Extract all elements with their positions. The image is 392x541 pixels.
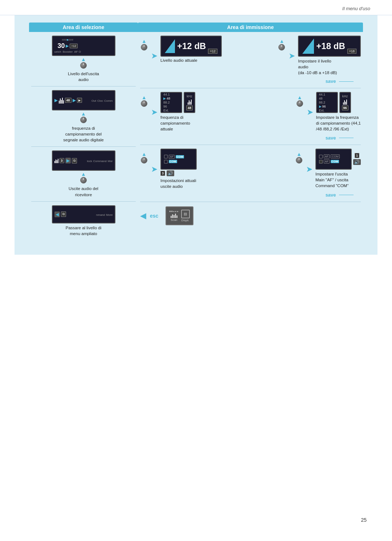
- divider3: [31, 201, 136, 202]
- desc-row3: Uscite audio delricevitore: [69, 184, 98, 198]
- level18-box: ▶: [77, 98, 82, 103]
- play-icon-row1: ▶: [66, 44, 69, 48]
- af-label-c1: AF: [169, 155, 175, 159]
- checkbox2-current: [164, 160, 168, 163]
- label-clock-r2: Cloc: [97, 99, 103, 102]
- label-comm-r2: Comm: [104, 99, 113, 102]
- save-row2: save: [140, 134, 361, 143]
- desc-row1: Livello dell'uscitaaudio: [68, 69, 99, 83]
- current-desc-row1: Livello audio attuale: [160, 57, 197, 63]
- khz-waveform-set: kHz 96: [339, 92, 351, 113]
- knob-group-row3: ▲: [80, 171, 87, 183]
- copy-icon-row4: ⧉: [61, 211, 66, 217]
- current-display-row1: +12 dB +12: [160, 36, 222, 57]
- freq-list-current: 44.1 ▶48 88.2 96 Ext.: [160, 92, 182, 113]
- big-arrow-row2: ➤: [151, 108, 158, 117]
- checkbox2-set-checked: [319, 160, 323, 163]
- row4-left: ◀ ⧉ nmand More Passare al livello dimenu…: [31, 203, 136, 239]
- divider-r2: [140, 145, 361, 145]
- com-label-c1a: COM: [176, 155, 184, 158]
- com-label-s2a: COM: [331, 160, 339, 163]
- f96-set-active: ▶96: [319, 105, 335, 108]
- knob-group-row1: ▲: [80, 57, 87, 69]
- device-display-row2: ▶ 48 ▶: [52, 90, 115, 110]
- af-label-s1: AF: [324, 154, 330, 158]
- page-header: Il menu d'uso: [22, 6, 370, 11]
- fext-set: Ext.: [319, 109, 335, 112]
- device-display-row1: ###■### 30 ▶ +12: [52, 36, 115, 56]
- displ-icon: ▤: [181, 210, 190, 218]
- current-col-row1: +12 dB +12 Livello audio attuale: [160, 36, 222, 63]
- num3-current-area: 3 🔊: [160, 170, 174, 176]
- copy-icon-row3: ⧉: [72, 158, 77, 163]
- active-freq-set: 96: [342, 105, 348, 110]
- com-row1-current: AF COM: [164, 155, 193, 159]
- save-label-3: save: [326, 192, 336, 198]
- up-arrow-row1: ▲: [81, 57, 86, 62]
- f48-current-active: ▶48: [163, 97, 179, 100]
- label-uelch: uelch: [54, 50, 61, 53]
- set-desc-row2: Impostare la frequenzadi campionamento (…: [316, 113, 361, 133]
- save-row1: save: [140, 78, 361, 86]
- f96-current: 96: [163, 105, 179, 108]
- big-arrow-row4: ◀: [140, 211, 146, 221]
- set-display-row1: +18 dB +18: [298, 36, 361, 57]
- khz-waveform-current: kHz 48: [184, 92, 195, 113]
- dots-row1: ###■###: [62, 39, 73, 41]
- freq-list-set: 44.1 48 88.2 ▶96 Ext.: [316, 92, 338, 113]
- diagram-container: Area di selezione ###■### 30 ▶: [29, 23, 363, 240]
- page-number: 25: [361, 517, 367, 523]
- set-col-row1: +18 dB +18 Impostare il livelloaudio(da …: [298, 36, 361, 76]
- plus12-box: +12: [70, 44, 78, 48]
- knob-input-row1: ▲: [141, 39, 147, 51]
- big-arrow2-row3: ➤: [306, 165, 313, 174]
- level-num-row1: 30: [57, 42, 65, 50]
- displ-label: Displi.: [181, 219, 189, 222]
- label-nmand: nmand: [96, 213, 105, 217]
- desc-row2: frequenza dicampionamento delsegnale aud…: [63, 124, 103, 144]
- scan-display: ■■●●● Scan: [166, 206, 193, 225]
- active-freq-current: 48: [186, 105, 193, 110]
- plus12-input-box: +12: [208, 49, 217, 54]
- label-command: Command: [93, 160, 107, 163]
- divider2: [31, 146, 136, 147]
- up-arrow-row3: ▲: [81, 171, 86, 177]
- f441-current: 44.1: [163, 93, 179, 96]
- row1-left: ###■### 30 ▶ +12: [31, 33, 136, 85]
- checkbox1-current: [164, 155, 168, 158]
- knob-row1: [80, 62, 87, 69]
- fext-current: Ext.: [163, 109, 179, 112]
- input-zone: Area di immissione ▲ ➤: [138, 23, 363, 240]
- current-db-value: +12 dB: [177, 41, 206, 51]
- label-out: Out: [91, 99, 96, 102]
- knob-row3: [80, 177, 87, 183]
- num48-box: 48: [65, 98, 72, 103]
- divider-r1: [140, 88, 361, 88]
- save-row3: save: [140, 191, 361, 200]
- speaker-current: 🔊: [167, 170, 174, 176]
- set-desc-row1: Impostare il livelloaudio(da -10 dB a +1…: [298, 57, 337, 76]
- main-content: Area di selezione ###■### 30 ▶: [15, 15, 377, 255]
- selection-zone: Area di selezione ###■### 30 ▶: [29, 23, 138, 240]
- knob-row2: [80, 117, 87, 123]
- input-body: ▲ ➤ +12 dB +12: [138, 32, 363, 229]
- selection-header: Area di selezione: [29, 23, 138, 32]
- knob-set-row2: ▲: [297, 95, 303, 107]
- f48-set: 48: [319, 97, 335, 100]
- set-col-row2: 44.1 48 88.2 ▶96 Ext. kHz: [316, 92, 361, 133]
- knob-set-row1: ▲: [278, 39, 285, 51]
- num1-set: 1: [355, 153, 359, 158]
- com-row2-set: AF COM: [319, 160, 348, 163]
- row2-right: ▲ ➤ 44.1 ▶48 88.2 96: [140, 90, 361, 134]
- device-display-row3: 3 ▶ ⧉ lock Command Mor: [52, 150, 115, 171]
- save-label-2: save: [326, 135, 336, 141]
- big-arrow2-row2: ➤: [307, 108, 313, 117]
- label-more: More: [106, 213, 113, 217]
- big-arrow-row1: ➤: [151, 51, 158, 61]
- knob-input-row3: ▲: [141, 152, 147, 163]
- row2-left: ▶ 48 ▶: [31, 88, 136, 145]
- set-db-value: +18 dB: [316, 41, 345, 51]
- com-display-set: AF COM AF COM: [315, 149, 352, 170]
- save-label-1: save: [326, 78, 336, 84]
- set-desc-row3: Impostare l'uscitaMain "AF" / uscitaComm…: [315, 170, 348, 189]
